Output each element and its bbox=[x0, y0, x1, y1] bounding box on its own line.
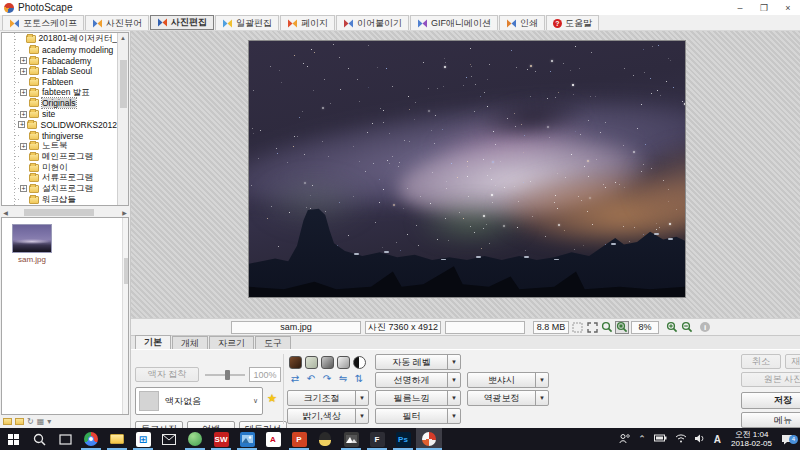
favorite-star-icon[interactable]: ★ bbox=[267, 392, 279, 404]
dropdown-arrow-icon[interactable]: ▼ bbox=[535, 373, 548, 387]
save-button[interactable]: 저장 bbox=[741, 392, 800, 409]
wifi-icon[interactable] bbox=[675, 434, 687, 445]
main-tab-사진편집[interactable]: 사진편집 bbox=[150, 15, 214, 30]
adjust-button-역광보정[interactable]: 역광보정▼ bbox=[467, 390, 549, 406]
redo-icon[interactable]: ↷ bbox=[320, 372, 334, 385]
main-tab-이어붙이기[interactable]: 이어붙이기 bbox=[336, 15, 409, 30]
expand-icon[interactable]: + bbox=[18, 121, 25, 128]
chevron-up-icon[interactable]: ⌃ bbox=[638, 434, 646, 444]
dropdown-arrow-icon[interactable]: ▼ bbox=[355, 391, 368, 405]
folder-icon[interactable] bbox=[15, 418, 24, 425]
expand-icon[interactable]: + bbox=[20, 111, 27, 118]
frame-opacity-slider[interactable] bbox=[205, 374, 245, 376]
sepia-swatch-button[interactable] bbox=[289, 356, 302, 369]
expand-icon[interactable]: + bbox=[20, 143, 27, 150]
expand-icon[interactable]: + bbox=[20, 185, 27, 192]
main-tab-포토스케이프[interactable]: 포토스케이프 bbox=[2, 15, 84, 30]
frame-select-dropdown[interactable]: 액자없음 ∨ bbox=[135, 387, 263, 415]
expand-icon[interactable]: + bbox=[20, 68, 27, 75]
scroll-right-icon[interactable]: ▶ bbox=[120, 208, 129, 217]
notification-center-icon[interactable]: 4 bbox=[778, 434, 796, 445]
editor-tab-자르기[interactable]: 자르기 bbox=[209, 336, 254, 349]
taskbar-task-view-icon[interactable] bbox=[52, 428, 78, 450]
taskbar-start-icon[interactable] bbox=[0, 428, 26, 450]
refresh-icon[interactable]: ↻ bbox=[27, 418, 34, 426]
ime-indicator[interactable]: A bbox=[714, 434, 721, 445]
taskbar-clock[interactable]: 오전 1:042018-02-05 bbox=[731, 430, 772, 448]
mirror-icon[interactable]: ⇋ bbox=[336, 372, 350, 385]
undo-icon[interactable]: ↶ bbox=[304, 372, 318, 385]
main-tab-인쇄[interactable]: 인쇄 bbox=[499, 15, 545, 30]
taskbar-search-icon[interactable] bbox=[26, 428, 52, 450]
pale-swatch-button[interactable] bbox=[305, 356, 318, 369]
zoom-actual-icon[interactable] bbox=[600, 321, 614, 334]
more-icon[interactable]: ▾ bbox=[47, 418, 51, 426]
expand-icon[interactable]: + bbox=[20, 57, 27, 64]
tree-item-Fablab Seoul[interactable]: +Fablab Seoul bbox=[2, 66, 117, 77]
gray-gradient-swatch-button[interactable] bbox=[321, 356, 334, 369]
rotate-icon[interactable]: ⇅ bbox=[352, 372, 366, 385]
taskbar-dark-photos-app-icon[interactable] bbox=[338, 428, 364, 450]
people-icon[interactable] bbox=[619, 433, 630, 446]
main-tab-도움말[interactable]: ?도움말 bbox=[546, 15, 599, 30]
taskbar-photos-blue-app-icon[interactable] bbox=[234, 428, 260, 450]
tree-item-SOLIDWORKS2012[interactable]: +SOLIDWORKS2012 bbox=[2, 120, 117, 131]
bw-contrast-swatch-button[interactable] bbox=[353, 356, 366, 369]
tree-horizontal-scrollbar[interactable]: ◀ ▶ bbox=[1, 207, 129, 217]
editor-tab-개체[interactable]: 개체 bbox=[172, 336, 208, 349]
dropdown-arrow-icon[interactable]: ▼ bbox=[447, 391, 460, 405]
tree-item-Originals[interactable]: Originals bbox=[2, 98, 117, 109]
taskbar-photoscape-icon[interactable] bbox=[416, 428, 442, 450]
scroll-left-icon[interactable]: ◀ bbox=[1, 208, 10, 217]
editor-tab-도구[interactable]: 도구 bbox=[255, 336, 291, 349]
dropdown-arrow-icon[interactable]: ▼ bbox=[535, 391, 548, 405]
taskbar-acrobat-icon[interactable]: A bbox=[260, 428, 286, 450]
view-mode-icon[interactable]: ▦ bbox=[37, 418, 45, 426]
adjust-button-밝기,색상[interactable]: 밝기,색상▼ bbox=[287, 408, 369, 424]
light-gradient-swatch-button[interactable] bbox=[337, 356, 350, 369]
taskbar-character-app-icon[interactable] bbox=[312, 428, 338, 450]
folder-up-icon[interactable] bbox=[3, 418, 12, 425]
taskbar-solidworks-icon[interactable]: SW bbox=[208, 428, 234, 450]
dropdown-arrow-icon[interactable]: ▼ bbox=[447, 373, 460, 387]
taskbar-photoshop-icon[interactable]: Ps bbox=[390, 428, 416, 450]
thumbnail-scrollbar[interactable] bbox=[122, 218, 128, 414]
taskbar-fusion360-icon[interactable]: F bbox=[364, 428, 390, 450]
fit-screen-icon[interactable] bbox=[570, 321, 584, 334]
zoom-in-icon[interactable] bbox=[665, 321, 679, 334]
zoom-out-icon[interactable] bbox=[680, 321, 694, 334]
scroll-up-icon[interactable]: ▲ bbox=[119, 33, 128, 42]
tree-item-fabteen 발표[interactable]: +fabteen 발표 bbox=[2, 87, 117, 98]
info-icon[interactable]: i bbox=[698, 321, 712, 334]
adjust-button-필터[interactable]: 필터▼ bbox=[375, 408, 461, 424]
taskbar-store-icon[interactable]: ⊞ bbox=[130, 428, 156, 450]
taskbar-chrome-icon[interactable] bbox=[78, 428, 104, 450]
battery-icon[interactable] bbox=[654, 434, 667, 444]
minimize-button[interactable]: – bbox=[728, 0, 752, 15]
scrollbar-thumb[interactable] bbox=[24, 209, 94, 216]
taskbar-powerpoint-icon[interactable]: P bbox=[286, 428, 312, 450]
close-button[interactable]: × bbox=[776, 0, 800, 15]
tree-item-201801-레이저커터_[interactable]: 201801-레이저커터_ bbox=[2, 34, 117, 45]
tree-vertical-scrollbar[interactable]: ▲ bbox=[117, 33, 128, 205]
menu-button[interactable]: 메뉴 bbox=[741, 412, 800, 428]
tree-item-academy modeling[interactable]: academy modeling bbox=[2, 45, 117, 56]
tree-item-site[interactable]: +site bbox=[2, 109, 117, 120]
adjust-button-크기조절[interactable]: 크기조절▼ bbox=[287, 390, 369, 406]
expand-icon[interactable]: + bbox=[20, 89, 27, 96]
scrollbar-thumb[interactable] bbox=[120, 60, 127, 108]
slider-handle[interactable] bbox=[225, 370, 230, 380]
adjust-button-뽀샤시[interactable]: 뽀샤시▼ bbox=[467, 372, 549, 388]
main-tab-페이지[interactable]: 페이지 bbox=[280, 15, 335, 30]
tree-item-워크샵들[interactable]: 워크샵들 bbox=[2, 194, 117, 205]
volume-icon[interactable] bbox=[695, 434, 706, 445]
photo-preview[interactable] bbox=[248, 40, 686, 298]
zoom-fit-icon[interactable] bbox=[615, 321, 629, 334]
dropdown-arrow-icon[interactable]: ▼ bbox=[447, 409, 460, 423]
dropdown-arrow-icon[interactable]: ▼ bbox=[447, 355, 460, 369]
tree-item-Fabacademy[interactable]: +Fabacademy bbox=[2, 55, 117, 66]
maximize-button[interactable]: ❐ bbox=[752, 0, 776, 15]
thumbnail-image[interactable] bbox=[12, 224, 52, 253]
main-tab-GIF애니메이션[interactable]: GIF애니메이션 bbox=[410, 15, 498, 30]
taskbar-green-sphere-app-icon[interactable] bbox=[182, 428, 208, 450]
